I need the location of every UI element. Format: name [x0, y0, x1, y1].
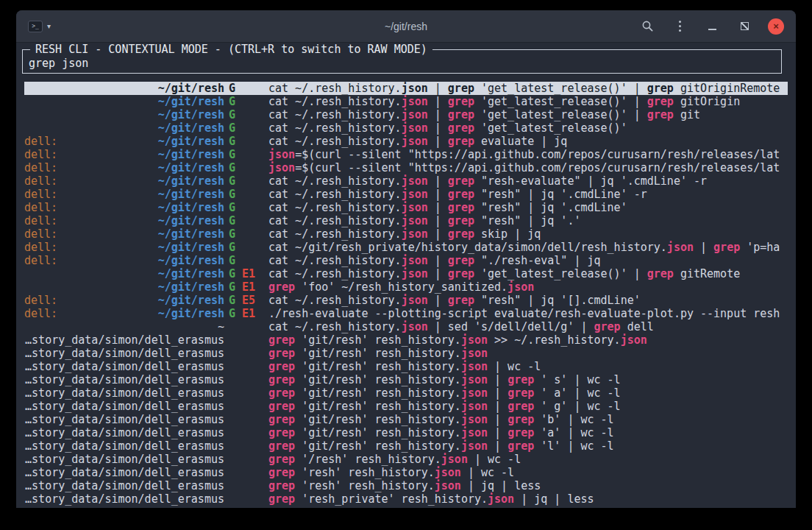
row-command: cat ~/.resh_history.json | grep "./resh-…: [268, 254, 788, 267]
menu-button[interactable]: [671, 18, 688, 35]
row-command: grep 'resh_private' resh_history.json | …: [268, 492, 788, 506]
history-row[interactable]: ~/git/reshG E1 cat ~/.resh_history.json …: [24, 267, 788, 280]
row-command: cat ~/.resh_history.json | grep "resh-ev…: [268, 174, 788, 188]
git-flag: G: [229, 201, 235, 214]
row-command: cat ~/.resh_history.json | grep 'get_lat…: [268, 121, 788, 135]
row-directory: ~/git/resh: [158, 82, 224, 95]
row-flags: [224, 373, 268, 386]
row-flags: [224, 426, 268, 439]
row-flags: G E1: [224, 307, 268, 320]
exit-code-flag: E1: [242, 280, 255, 294]
row-directory: ~/git/resh: [158, 108, 224, 121]
row-flags: [224, 347, 268, 360]
row-flags: G E5: [224, 294, 268, 307]
row-host: dell:: [24, 135, 57, 148]
history-row[interactable]: …story_data/simon/dell_erasmusgrep 'git/…: [24, 360, 788, 373]
history-row[interactable]: …story_data/simon/dell_erasmusgrep 'git/…: [24, 426, 788, 439]
restore-button[interactable]: [736, 18, 753, 35]
history-row[interactable]: dell:~/git/reshG cat ~/.resh_history.jso…: [24, 135, 788, 148]
history-row[interactable]: …story_data/simon/dell_erasmusgrep 'git/…: [24, 413, 788, 426]
row-directory: …story_data/simon/dell_erasmus: [25, 413, 224, 426]
close-icon: ×: [773, 21, 779, 31]
terminal-screen: RESH CLI - CONTEXTUAL MODE - (CTRL+R to …: [16, 43, 796, 508]
row-directory: ~/git/resh: [158, 188, 224, 201]
git-flag: G: [229, 135, 235, 148]
history-row[interactable]: dell:~/git/reshG E5 cat ~/.resh_history.…: [24, 294, 788, 307]
history-row[interactable]: ~/git/reshG cat ~/.resh_history.json | g…: [24, 108, 788, 121]
row-directory: ~/git/resh: [158, 307, 224, 320]
row-command: grep 'foo' ~/resh_history_sanitized.json: [268, 280, 788, 294]
history-row[interactable]: …story_data/simon/dell_erasmusgrep '/res…: [24, 453, 788, 466]
git-flag: G: [229, 121, 235, 135]
history-row[interactable]: dell:~/git/reshG json=$(curl --silent "h…: [24, 161, 788, 174]
row-flags: [224, 479, 268, 492]
history-row[interactable]: …story_data/simon/dell_erasmusgrep 'git/…: [24, 333, 788, 347]
git-flag: G: [229, 174, 235, 188]
history-row[interactable]: dell:~/git/reshG cat ~/.resh_history.jso…: [24, 188, 788, 201]
history-row[interactable]: ~/git/reshG E1 grep 'foo' ~/resh_history…: [24, 280, 788, 294]
search-query-input[interactable]: grep json: [29, 57, 775, 70]
app-menu-button[interactable]: >_ ▾: [28, 18, 51, 35]
git-flag: G: [229, 294, 235, 307]
row-directory: ~/git/resh: [158, 121, 224, 135]
history-row[interactable]: ~/git/reshG cat ~/.resh_history.json | g…: [24, 82, 788, 95]
row-flags: G: [224, 188, 268, 201]
row-flags: G E1: [224, 267, 268, 280]
row-host: dell:: [24, 201, 57, 214]
history-row[interactable]: ~/git/reshG cat ~/.resh_history.json | g…: [24, 121, 788, 135]
git-flag: G: [229, 188, 235, 201]
history-row[interactable]: …story_data/simon/dell_erasmusgrep 'resh…: [24, 479, 788, 492]
row-command: cat ~/.resh_history.json | grep 'get_lat…: [268, 267, 788, 280]
history-row[interactable]: …story_data/simon/dell_erasmusgrep 'git/…: [24, 386, 788, 400]
history-row[interactable]: …story_data/simon/dell_erasmusgrep 'resh…: [24, 466, 788, 479]
row-host: dell:: [24, 294, 57, 307]
history-row[interactable]: …story_data/simon/dell_erasmusgrep 'git/…: [24, 400, 788, 413]
history-row[interactable]: dell:~/git/reshG E1 ./resh-evaluate --pl…: [24, 307, 788, 320]
titlebar[interactable]: >_ ▾ ~/git/resh ×: [16, 10, 796, 43]
window-title: ~/git/resh: [385, 21, 427, 32]
row-command: grep 'git/resh' resh_history.json | grep…: [268, 413, 788, 426]
row-directory: ~/git/resh: [158, 280, 224, 294]
history-row[interactable]: …story_data/simon/dell_erasmusgrep 'resh…: [24, 492, 788, 506]
row-command: grep 'git/resh' resh_history.json | wc -…: [268, 360, 788, 373]
search-button[interactable]: [638, 18, 656, 35]
history-row[interactable]: dell:~/git/reshG cat ~/.resh_history.jso…: [24, 254, 788, 267]
row-command: grep 'git/resh' resh_history.json | grep…: [268, 426, 788, 439]
history-row[interactable]: dell:~/git/reshG cat ~/git/resh_private/…: [24, 241, 788, 254]
resh-search-box[interactable]: RESH CLI - CONTEXTUAL MODE - (CTRL+R to …: [22, 49, 782, 74]
exit-code-flag: E5: [242, 294, 255, 307]
row-flags: G: [224, 227, 268, 241]
row-flags: G: [224, 201, 268, 214]
row-directory: …story_data/simon/dell_erasmus: [25, 479, 224, 492]
row-directory: ~/git/resh: [158, 254, 224, 267]
row-directory: …story_data/simon/dell_erasmus: [25, 426, 224, 439]
row-flags: [224, 466, 268, 479]
row-command: cat ~/.resh_history.json | grep "resh" |…: [268, 214, 788, 227]
history-row[interactable]: dell:~/git/reshG cat ~/.resh_history.jso…: [24, 227, 788, 241]
history-row[interactable]: dell:~/git/reshG cat ~/.resh_history.jso…: [24, 174, 788, 188]
history-row[interactable]: dell:~/git/reshG json=$(curl --silent "h…: [24, 148, 788, 161]
minimize-button[interactable]: [703, 18, 721, 35]
row-command: cat ~/.resh_history.json | grep "resh" |…: [268, 201, 788, 214]
row-flags: G: [224, 161, 268, 174]
history-row[interactable]: …story_data/simon/dell_erasmusgrep 'git/…: [24, 373, 788, 386]
row-directory: …story_data/simon/dell_erasmus: [25, 453, 224, 466]
history-row[interactable]: dell:~/git/reshG cat ~/.resh_history.jso…: [24, 214, 788, 227]
history-row[interactable]: …story_data/simon/dell_erasmusgrep 'git/…: [24, 347, 788, 360]
history-row[interactable]: ~cat ~/.resh_history.json | sed 's/dell/…: [24, 320, 788, 333]
row-directory: …story_data/simon/dell_erasmus: [25, 439, 224, 453]
row-command: cat ~/.resh_history.json | grep "resh" |…: [268, 188, 788, 201]
history-row[interactable]: ~/git/reshG cat ~/.resh_history.json | g…: [24, 95, 788, 108]
git-flag: G: [229, 241, 235, 254]
row-flags: G E1: [224, 280, 268, 294]
git-flag: G: [229, 148, 235, 161]
row-flags: G: [224, 214, 268, 227]
history-row[interactable]: dell:~/git/reshG cat ~/.resh_history.jso…: [24, 201, 788, 214]
close-button[interactable]: ×: [768, 18, 784, 35]
row-directory: ~/git/resh: [158, 161, 224, 174]
row-flags: G: [224, 174, 268, 188]
row-directory: ~/git/resh: [158, 95, 224, 108]
restore-icon: [741, 22, 749, 30]
row-flags: G: [224, 254, 268, 267]
history-row[interactable]: …story_data/simon/dell_erasmusgrep 'git/…: [24, 439, 788, 453]
